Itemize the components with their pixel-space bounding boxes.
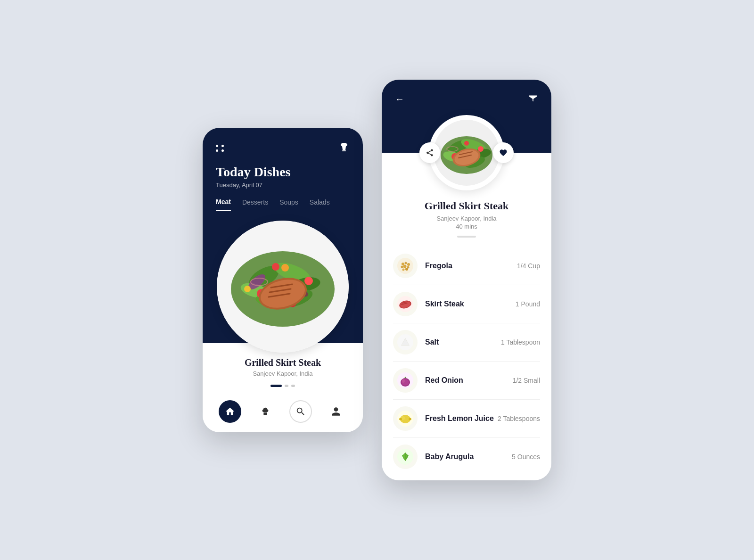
heart-button[interactable] [493, 142, 514, 163]
nav-home-button[interactable] [219, 400, 241, 423]
svg-point-44 [403, 265, 407, 268]
svg-point-32 [478, 146, 484, 152]
ingredient-fregola: Fregola 1/4 Cup [393, 247, 540, 285]
phone1: Today Dishes Tuesday, April 07 Meat Dess… [203, 128, 363, 432]
svg-point-17 [244, 286, 251, 292]
ingredient-fresh-lemon: Fresh Lemon Juice 2 Tablespoons [393, 400, 540, 438]
dish-time: 40 mins [395, 223, 538, 230]
fregola-icon [393, 254, 418, 278]
dish-chef: Sanjeev Kapoor, India [395, 215, 538, 222]
skirt-steak-name: Skirt Steak [425, 300, 516, 308]
bottom-navigation [203, 395, 363, 432]
svg-point-43 [401, 266, 403, 268]
plate2-food [434, 120, 500, 186]
page-title: Today Dishes [216, 165, 350, 180]
svg-point-42 [407, 263, 410, 266]
dish-subtitle: Sanjeev Kapoor, India [216, 370, 350, 377]
svg-point-59 [402, 379, 405, 383]
red-onion-icon [393, 368, 418, 393]
dish-name-2: Grilled Skirt Steak [395, 200, 538, 212]
drag-handle [457, 236, 476, 238]
lemon-name: Fresh Lemon Juice [425, 414, 498, 423]
share-button[interactable] [419, 142, 440, 163]
phone1-header: Today Dishes Tuesday, April 07 Meat Dess… [203, 128, 363, 211]
svg-point-13 [304, 277, 313, 285]
ingredient-salt: Salt 1 Tablespoon [393, 323, 540, 362]
plate2-wrapper [382, 115, 551, 190]
dot-2 [291, 385, 295, 387]
phone2-topbar: ← [395, 93, 538, 106]
red-onion-amount: 1/2 Small [513, 377, 540, 384]
pagination-dots [216, 385, 350, 387]
skirt-steak-amount: 1 Pound [516, 300, 540, 308]
mortar-icon [338, 141, 350, 155]
tabs-row: Meat Desserts Soups Salads [216, 198, 350, 211]
menu-icon[interactable] [216, 145, 224, 152]
svg-point-63 [409, 418, 411, 420]
svg-point-14 [272, 263, 279, 271]
dish-info: Grilled Skirt Steak Sanjeev Kapoor, Indi… [382, 190, 551, 242]
phone2: ← [382, 80, 551, 480]
svg-rect-1 [342, 150, 346, 151]
skirt-steak-icon [393, 292, 418, 316]
home-icon [225, 406, 235, 417]
lemon-amount: 2 Tablespoons [498, 415, 540, 422]
lemon-icon [393, 406, 418, 431]
chef-icon [260, 406, 270, 417]
tab-soups[interactable]: Soups [279, 198, 298, 211]
svg-point-46 [402, 269, 405, 271]
ingredients-list: Fregola 1/4 Cup Skirt Steak 1 Pound [382, 242, 551, 480]
svg-point-0 [341, 144, 347, 146]
ingredient-red-onion: Red Onion 1/2 Small [393, 362, 540, 400]
salt-name: Salt [425, 338, 501, 346]
arugula-icon [393, 445, 418, 469]
food-plate [217, 221, 349, 353]
ingredient-skirt-steak: Skirt Steak 1 Pound [393, 285, 540, 323]
dish-name: Grilled Skirt Steak [216, 357, 350, 368]
red-onion-name: Red Onion [425, 376, 513, 385]
food-plate-2 [429, 115, 504, 190]
svg-point-64 [399, 418, 402, 420]
svg-point-16 [281, 264, 289, 272]
dot-1 [285, 385, 288, 387]
tab-desserts[interactable]: Desserts [242, 198, 268, 211]
salt-icon [393, 330, 418, 354]
svg-point-33 [464, 141, 469, 146]
nav-chef-button[interactable] [254, 400, 277, 423]
fregola-name: Fregola [425, 262, 517, 270]
salt-amount: 1 Tablespoon [501, 338, 540, 346]
search-icon [295, 406, 306, 417]
fregola-amount: 1/4 Cup [517, 262, 540, 270]
tab-meat[interactable]: Meat [216, 198, 231, 211]
nav-search-button[interactable] [289, 400, 312, 423]
arugula-amount: 5 Ounces [512, 453, 540, 461]
page-date: Tuesday, April 07 [216, 181, 350, 189]
dot-active [270, 385, 282, 387]
filter-icon[interactable] [528, 93, 538, 106]
nav-profile-button[interactable] [325, 400, 347, 423]
phone1-topbar [216, 141, 350, 155]
ingredient-baby-arugula: Baby Arugula 5 Ounces [393, 438, 540, 476]
tab-salads[interactable]: Salads [310, 198, 330, 211]
plate-container [203, 211, 363, 343]
arugula-name: Baby Arugula [425, 453, 512, 461]
svg-point-41 [405, 262, 407, 264]
svg-point-47 [405, 268, 408, 271]
back-button[interactable]: ← [395, 94, 404, 105]
user-icon [331, 406, 341, 417]
